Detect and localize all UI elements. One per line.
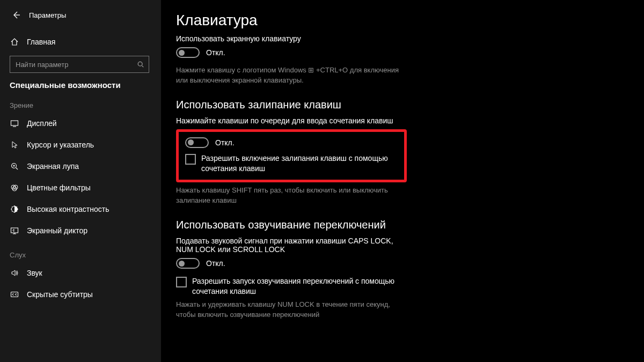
sidebar-item-audio[interactable]: Звук bbox=[0, 262, 161, 284]
back-button[interactable] bbox=[10, 9, 23, 21]
svg-rect-7 bbox=[11, 228, 18, 233]
sticky-keys-toggle[interactable] bbox=[185, 137, 209, 148]
sidebar-category-label: Специальные возможности bbox=[0, 73, 161, 92]
sidebar: Параметры Главная Специальные возможност… bbox=[0, 0, 161, 362]
search-box[interactable] bbox=[10, 56, 149, 73]
togglekeys-checkbox-label: Разрешить запуск озвучивания переключени… bbox=[192, 276, 407, 297]
sidebar-item-label: Цветные фильтры bbox=[27, 183, 91, 192]
sidebar-item-label: Экранная лупа bbox=[27, 162, 79, 171]
page-title: Клавиатура bbox=[176, 12, 624, 29]
sidebar-item-display[interactable]: Дисплей bbox=[0, 113, 161, 134]
audio-icon bbox=[10, 269, 19, 277]
sticky-shortcut-checkbox[interactable] bbox=[185, 154, 196, 165]
sticky-keys-hint: Нажать клавишу SHIFT пять раз, чтобы вкл… bbox=[176, 186, 407, 206]
sidebar-item-narrator[interactable]: Экранный диктор bbox=[0, 220, 161, 241]
osk-toggle-label: Откл. bbox=[206, 48, 225, 57]
toggle-keys-heading: Использовать озвучивание переключений bbox=[176, 219, 624, 231]
sidebar-item-label: Дисплей bbox=[27, 119, 57, 128]
svg-rect-8 bbox=[11, 292, 18, 297]
sidebar-item-home[interactable]: Главная bbox=[0, 32, 161, 51]
arrow-left-icon bbox=[12, 11, 20, 19]
sticky-keys-heading: Использовать залипание клавиш bbox=[176, 99, 624, 111]
toggle-keys-toggle[interactable] bbox=[176, 258, 200, 269]
cursor-icon bbox=[10, 141, 19, 149]
osk-hint: Нажмите клавишу с логотипом Windows ⊞ +C… bbox=[176, 65, 407, 86]
osk-heading: Использовать экранную клавиатуру bbox=[176, 34, 624, 43]
sidebar-group-hearing: Слух bbox=[0, 241, 161, 262]
sidebar-item-label: Скрытые субтитры bbox=[27, 290, 93, 299]
display-icon bbox=[10, 119, 19, 128]
sticky-toggle-label: Откл. bbox=[215, 138, 235, 147]
sidebar-item-label: Высокая контрастность bbox=[27, 205, 109, 213]
sidebar-item-color-filters[interactable]: Цветные фильтры bbox=[0, 177, 161, 198]
magnifier-icon bbox=[10, 162, 19, 171]
sidebar-item-magnifier[interactable]: Экранная лупа bbox=[0, 156, 161, 177]
app-title: Параметры bbox=[29, 11, 66, 19]
sticky-keys-desc: Нажимайте клавиши по очереди для ввода с… bbox=[176, 116, 624, 125]
search-input[interactable] bbox=[10, 61, 133, 69]
sidebar-home-label: Главная bbox=[27, 38, 55, 46]
sidebar-item-label: Курсор и указатель bbox=[27, 141, 94, 149]
osk-toggle[interactable] bbox=[176, 47, 200, 58]
narrator-icon bbox=[10, 226, 19, 235]
color-filters-icon bbox=[10, 183, 19, 192]
sidebar-item-captions[interactable]: Скрытые субтитры bbox=[0, 284, 161, 305]
toggle-keys-hint: Нажать и удерживать клавишу NUM LOCK в т… bbox=[176, 300, 407, 320]
togglekeys-toggle-label: Откл. bbox=[206, 259, 225, 268]
sidebar-item-label: Экранный диктор bbox=[27, 226, 87, 235]
togglekeys-shortcut-checkbox[interactable] bbox=[176, 277, 187, 287]
search-icon bbox=[133, 61, 149, 68]
svg-point-0 bbox=[138, 62, 142, 66]
home-icon bbox=[10, 38, 19, 46]
sidebar-item-label: Звук bbox=[27, 269, 42, 277]
captions-icon bbox=[10, 290, 19, 299]
annotation-highlight: Откл. Разрешить включение залипания клав… bbox=[176, 129, 407, 183]
sticky-checkbox-label: Разрешить включение залипания клавиш с п… bbox=[201, 153, 398, 174]
sidebar-item-high-contrast[interactable]: Высокая контрастность bbox=[0, 198, 161, 220]
svg-rect-1 bbox=[11, 121, 18, 125]
main-content: Клавиатура Использовать экранную клавиат… bbox=[161, 0, 644, 362]
high-contrast-icon bbox=[10, 205, 19, 213]
toggle-keys-desc: Подавать звуковой сигнал при нажатии кла… bbox=[176, 237, 407, 254]
sidebar-item-cursor[interactable]: Курсор и указатель bbox=[0, 134, 161, 156]
sidebar-group-vision: Зрение bbox=[0, 92, 161, 113]
